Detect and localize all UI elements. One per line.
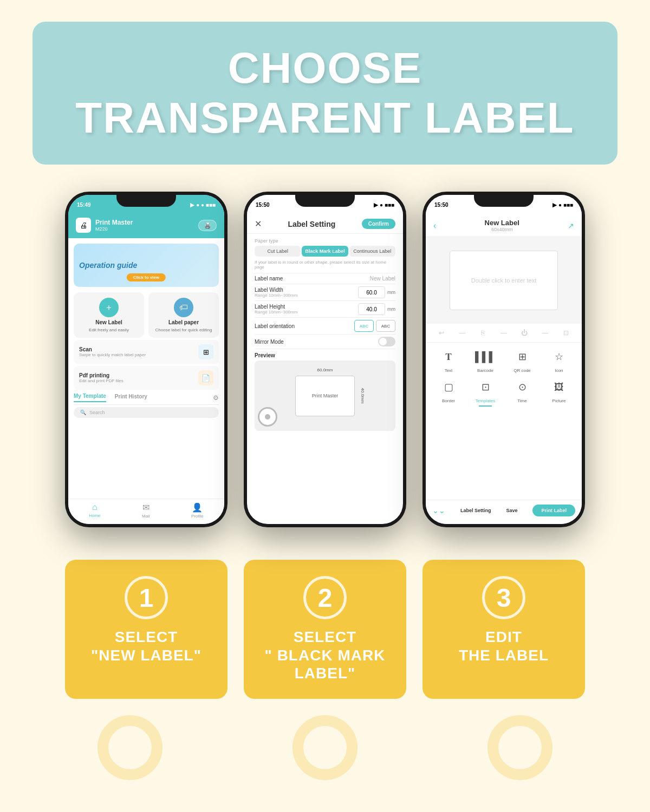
label-canvas[interactable]: Double click to enter text: [426, 237, 582, 324]
new-label-header: ‹ New Label 60x40mm ↗: [426, 214, 582, 237]
new-label-title: New Label: [485, 219, 519, 227]
scan-item[interactable]: Scan Swipe to quickly match label paper …: [74, 340, 219, 364]
label-height-range: Range 10mm~300mm: [255, 310, 297, 315]
print-icon-btn[interactable]: 🖨️: [198, 220, 217, 231]
print-label-button[interactable]: Print Label: [532, 505, 575, 516]
pdf-left: Pdf printing Edit and print PDF files: [79, 372, 123, 383]
status-icons-3: ▶ ● ■■■: [552, 202, 573, 208]
divider-2: [255, 284, 395, 284]
mirror-label: Mirror Mode: [255, 339, 284, 345]
pdf-label: Pdf printing: [79, 372, 123, 378]
tab-black-mark[interactable]: Black Mark Label: [302, 246, 348, 257]
label-paper-item[interactable]: 🏷 Label paper Choose label for quick edi…: [148, 292, 219, 338]
step-3-line1: EDIT: [485, 628, 522, 645]
nav-mail[interactable]: ✉ Mail: [142, 502, 150, 519]
status-bar-3: 15:50 ▶ ● ■■■: [426, 195, 582, 214]
action-icon-item[interactable]: ☆ Icon: [542, 347, 576, 373]
save-button[interactable]: Save: [506, 508, 517, 513]
label-setting-button[interactable]: Label Setting: [460, 508, 491, 513]
step-1-number: 1: [139, 583, 154, 613]
label-width-input[interactable]: 60.0 mm: [358, 286, 395, 298]
action-qr-item[interactable]: ⊞ QR code: [505, 347, 540, 373]
action-picture-item[interactable]: 🖼 Picture: [542, 377, 576, 407]
close-icon[interactable]: ✕: [255, 219, 262, 229]
mail-icon: ✉: [142, 502, 150, 513]
status-icons-1: ▶ ● ● ■■■: [190, 202, 216, 208]
tab-print-history[interactable]: Print History: [115, 394, 147, 402]
main-grid: ＋ New Label Edit freely and easily 🏷 Lab…: [74, 292, 219, 338]
expand-icon[interactable]: ⌄⌄: [432, 506, 445, 515]
label-paper-sub: Choose label for quick editing: [155, 328, 212, 332]
tab-my-template[interactable]: My Template: [74, 393, 106, 402]
step-3-line2: THE LABEL: [459, 647, 549, 664]
mirror-toggle[interactable]: [378, 337, 395, 346]
orient-landscape[interactable]: ABC: [354, 320, 374, 332]
edit-toolbar: ↩ — ⎘ — ⏻ — ⊡: [426, 324, 582, 343]
nav-profile[interactable]: 👤 Profile: [191, 502, 204, 519]
step-2-number: 2: [318, 583, 333, 613]
tab-cut-label[interactable]: Cut Label: [255, 246, 301, 257]
label-setting-title: Label Setting: [288, 220, 335, 228]
paper-type-tabs: Cut Label Black Mark Label Continuous La…: [255, 246, 395, 257]
pdf-item[interactable]: Pdf printing Edit and print PDF files 📄: [74, 366, 219, 390]
banner-title: Operation guide: [79, 261, 137, 270]
action-border-item[interactable]: ▢ Border: [431, 377, 466, 407]
clock-tool-icon[interactable]: ⏻: [518, 327, 530, 339]
page-title: CHOOSE TRANSPARENT LABEL: [65, 43, 585, 143]
templates-icon: ⊡: [476, 377, 495, 397]
label-editing-area[interactable]: Double click to enter text: [450, 251, 558, 310]
app-name: Print Master: [95, 219, 133, 226]
undo-icon[interactable]: ↩: [435, 327, 447, 339]
label-height-input[interactable]: 40.0 mm: [358, 303, 395, 315]
width-unit: mm: [387, 290, 395, 295]
template-tabs: My Template Print History ⚙: [74, 393, 219, 405]
shape-note: If your label is in round or other shape…: [255, 260, 395, 270]
text-tool-icon: 𝐓: [439, 347, 458, 366]
orientation-row: Label orientation ABC ABC: [255, 320, 395, 332]
label-name-row: Label name New Label: [255, 276, 395, 281]
phone-3-screen: 15:50 ▶ ● ■■■ ‹ New Label 60x40mm ↗ Doub…: [426, 195, 582, 524]
status-bar-1: 15:49 ▶ ● ● ■■■: [68, 195, 224, 214]
height-value[interactable]: 40.0: [358, 303, 385, 315]
action-templates-item[interactable]: ⊡ Templates: [468, 377, 503, 407]
banner-btn[interactable]: Click to view: [127, 273, 166, 281]
mirror-mode-row: Mirror Mode: [255, 337, 395, 346]
app-header-1: 🖨 Print Master M220 🖨️: [68, 214, 224, 238]
picture-label: Picture: [552, 398, 566, 403]
copy-icon[interactable]: ⎘: [477, 327, 489, 339]
action-time-item[interactable]: ⊙ Time: [505, 377, 540, 407]
orient-portrait[interactable]: ABC: [376, 320, 395, 332]
phone-2: 15:50 ▶ ● ■■■ ✕ Label Setting Confirm Pa…: [244, 192, 406, 527]
actions-row-1: 𝐓 Text ▌▌▌ Barcode ⊞ QR code ☆ Icon: [426, 343, 582, 377]
new-label-item[interactable]: ＋ New Label Edit freely and easily: [74, 292, 144, 338]
height-unit: mm: [387, 306, 395, 312]
phone-1-screen: 15:49 ▶ ● ● ■■■ 🖨 Print Master M220 🖨️ O…: [68, 195, 224, 524]
nav-mail-label: Mail: [142, 514, 150, 519]
action-barcode-item[interactable]: ▌▌▌ Barcode: [468, 347, 503, 373]
bottom-nav: ⌂ Home ✉ Mail 👤 Profile: [68, 499, 224, 524]
nav-home[interactable]: ⌂ Home: [89, 502, 100, 519]
deco-circle-3: [487, 715, 552, 780]
tab-continuous[interactable]: Continuous Label: [349, 246, 395, 257]
step-1-circle: 1: [125, 576, 168, 619]
home-icon: ⌂: [92, 502, 98, 512]
roll-icon: [258, 407, 277, 427]
label-width-range: Range 10mm~300mm: [255, 293, 297, 298]
action-text-item[interactable]: 𝐓 Text: [431, 347, 466, 373]
frame-icon[interactable]: ⊡: [560, 327, 572, 339]
label-width-label: Label Width: [255, 287, 297, 293]
back-icon[interactable]: ‹: [433, 221, 436, 231]
search-bar[interactable]: 🔍 Search: [74, 407, 219, 418]
label-height-row: Label Height Range 10mm~300mm 40.0 mm: [255, 303, 395, 315]
paper-type-label: Paper type: [255, 238, 395, 244]
label-height-label: Label Height: [255, 304, 297, 310]
time-icon: ⊙: [512, 377, 532, 397]
nav-profile-label: Profile: [191, 514, 204, 519]
width-value[interactable]: 60.0: [358, 286, 385, 298]
dash-icon: —: [456, 327, 468, 339]
filter-icon[interactable]: ⚙: [213, 394, 219, 402]
share-icon[interactable]: ↗: [568, 221, 574, 230]
step-3-card: 3 EDIT THE LABEL: [422, 560, 585, 699]
confirm-button[interactable]: Confirm: [362, 219, 395, 229]
label-preview-rect: 60.0mm Print Master 40.0mm: [295, 376, 355, 416]
